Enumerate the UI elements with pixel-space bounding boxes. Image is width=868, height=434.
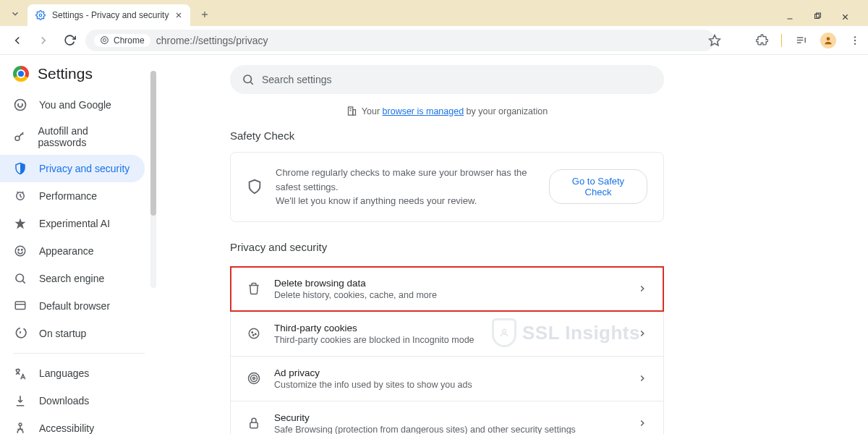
tabs-dropdown-icon[interactable]: [6, 4, 25, 23]
sidebar-item-search-engine[interactable]: Search engine: [0, 265, 145, 292]
svg-point-20: [15, 136, 20, 140]
settings-heading: Settings: [38, 65, 93, 82]
row-subtitle: Customize the info used by sites to show…: [274, 380, 472, 390]
svg-point-38: [255, 333, 257, 335]
close-tab-icon[interactable]: [174, 11, 183, 20]
sidebar-item-label: Search engine: [39, 273, 104, 284]
profile-avatar[interactable]: [820, 33, 836, 48]
svg-rect-33: [353, 110, 356, 116]
omnibox[interactable]: Chrome chrome://settings/privacy: [85, 30, 715, 51]
row-title: Third-party cookies: [274, 323, 475, 333]
svg-point-36: [249, 328, 259, 339]
privacy-settings-list: Delete browsing dataDelete history, cook…: [230, 266, 664, 435]
sidebar-scrollbar[interactable]: [150, 71, 156, 288]
svg-rect-27: [15, 302, 25, 310]
managed-link[interactable]: browser is managed: [383, 106, 464, 116]
svg-point-19: [854, 43, 856, 44]
privacy-row-security[interactable]: SecuritySafe Browsing (protection from d…: [231, 401, 663, 435]
row-title: Ad privacy: [274, 367, 472, 378]
sidebar-item-privacy-and-security[interactable]: Privacy and security: [0, 155, 145, 182]
nav-reload-button[interactable]: [59, 30, 80, 51]
chevron-right-icon: [637, 418, 647, 428]
svg-point-37: [252, 332, 253, 333]
sidebar-item-appearance[interactable]: Appearance: [0, 237, 145, 265]
row-subtitle: Safe Browsing (protection from dangerous…: [274, 425, 576, 435]
extensions-icon[interactable]: [756, 34, 768, 46]
settings-app: Settings You and GoogleAutofill and pass…: [0, 55, 868, 434]
sidebar-item-accessibility[interactable]: Accessibility: [0, 414, 145, 434]
row-icon: [247, 281, 261, 296]
managed-notice: Your browser is managed by your organiza…: [230, 106, 664, 116]
sidebar-item-on-startup[interactable]: On startup: [0, 320, 145, 347]
browser-tab-active[interactable]: Settings - Privacy and security: [27, 4, 190, 26]
sidebar-item-label: Appearance: [39, 245, 94, 257]
sidebar-icon: [13, 271, 27, 286]
sidebar-item-label: Performance: [39, 190, 97, 202]
sidebar-item-languages[interactable]: Languages: [0, 359, 145, 387]
window-minimize-icon[interactable]: [786, 12, 797, 22]
svg-point-16: [827, 37, 830, 41]
svg-rect-6: [815, 14, 820, 19]
search-icon: [242, 73, 255, 86]
svg-point-25: [16, 274, 24, 282]
sidebar-icon: [13, 326, 27, 341]
shield-icon: [247, 179, 263, 195]
sidebar-icon: [13, 393, 27, 408]
sidebar-item-you-and-google[interactable]: You and Google: [0, 91, 145, 119]
row-title: Security: [274, 412, 576, 423]
svg-point-41: [251, 375, 258, 382]
svg-point-10: [101, 37, 109, 44]
svg-rect-43: [250, 422, 258, 428]
search-settings-input[interactable]: Search settings: [230, 65, 664, 94]
side-panel-icon[interactable]: [795, 34, 807, 46]
nav-back-button[interactable]: [7, 30, 27, 51]
privacy-row-ad-privacy[interactable]: Ad privacyCustomize the info used by sit…: [231, 356, 663, 401]
sidebar-item-autofill-and-passwords[interactable]: Autofill and passwords: [0, 119, 145, 155]
safety-check-card: Chrome regularly checks to make sure you…: [230, 152, 664, 222]
safety-check-line1: Chrome regularly checks to make sure you…: [276, 166, 536, 194]
chevron-right-icon: [637, 328, 647, 339]
sidebar-item-downloads[interactable]: Downloads: [0, 387, 145, 414]
privacy-row-third-party-cookies[interactable]: Third-party cookiesThird-party cookies a…: [231, 311, 663, 356]
svg-point-24: [22, 249, 23, 250]
row-subtitle: Third-party cookies are blocked in Incog…: [274, 335, 475, 345]
sidebar-item-experimental-ai[interactable]: Experimental AI: [0, 210, 145, 237]
svg-point-22: [15, 246, 25, 256]
chevron-right-icon: [637, 373, 647, 383]
sidebar-item-label: Default browser: [39, 300, 110, 312]
safety-check-title: Safety Check: [230, 129, 664, 142]
sidebar-item-label: Languages: [39, 367, 89, 379]
sidebar-item-label: Downloads: [39, 395, 89, 407]
svg-marker-12: [710, 35, 720, 45]
new-tab-button[interactable]: [195, 4, 215, 25]
window-close-icon[interactable]: [841, 12, 852, 22]
toolbar-separator: [781, 34, 782, 47]
browser-tabstrip: Settings - Privacy and security: [0, 0, 868, 26]
svg-point-11: [103, 39, 106, 42]
kebab-menu-icon[interactable]: [849, 35, 861, 46]
settings-sidebar: Settings You and GoogleAutofill and pass…: [0, 55, 158, 434]
window-maximize-icon[interactable]: [813, 12, 825, 22]
go-to-safety-check-button[interactable]: Go to Safety Check: [549, 169, 647, 204]
settings-gear-icon: [35, 9, 46, 21]
svg-point-30: [244, 75, 252, 83]
sidebar-separator: [13, 353, 145, 354]
enterprise-icon: [346, 106, 357, 116]
sidebar-item-label: You and Google: [39, 99, 111, 111]
row-title: Delete browsing data: [274, 278, 437, 289]
sidebar-icon: [13, 98, 27, 112]
row-icon: [247, 416, 261, 430]
bookmark-star-icon[interactable]: [708, 34, 721, 47]
nav-forward-button[interactable]: [33, 30, 54, 51]
omnibox-site-chip: Chrome: [94, 34, 150, 47]
sidebar-item-default-browser[interactable]: Default browser: [0, 292, 145, 320]
sidebar-icon: [13, 216, 27, 231]
sidebar-icon: [13, 189, 27, 203]
svg-line-31: [250, 82, 252, 84]
sidebar-icon: [13, 366, 27, 380]
sidebar-item-performance[interactable]: Performance: [0, 182, 145, 210]
chevron-right-icon: [637, 284, 647, 294]
chrome-logo-icon: [13, 66, 29, 82]
search-placeholder: Search settings: [262, 74, 332, 85]
privacy-row-delete-browsing-data[interactable]: Delete browsing dataDelete history, cook…: [231, 267, 663, 311]
